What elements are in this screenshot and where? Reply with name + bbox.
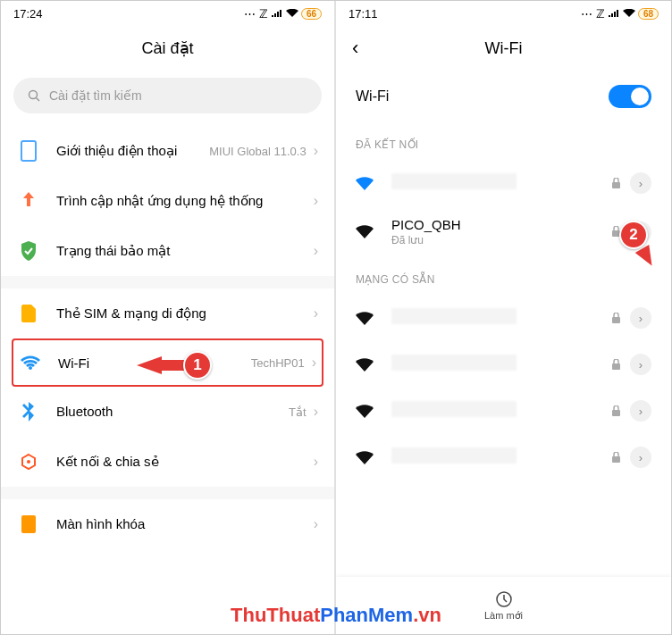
wifi-toggle[interactable] — [609, 85, 651, 108]
wifi-name-hidden — [391, 355, 517, 371]
share-icon — [17, 450, 40, 473]
item-label: Trình cập nhật ứng dụng hệ thống — [56, 192, 314, 210]
clock-time: 17:11 — [349, 7, 378, 21]
item-label: Thẻ SIM & mạng di động — [56, 305, 314, 322]
wifi-network-connected[interactable]: › — [336, 160, 671, 206]
wifi-name-hidden — [391, 447, 517, 464]
lock-icon — [611, 405, 621, 417]
section-divider — [1, 276, 334, 288]
wifi-signal-icon — [356, 225, 375, 238]
shield-icon — [17, 239, 40, 263]
search-placeholder: Cài đặt tìm kiếm — [49, 88, 142, 103]
back-button[interactable]: ‹ — [352, 37, 358, 60]
chevron-right-icon: › — [314, 243, 318, 259]
chevron-right-icon: › — [314, 193, 318, 209]
wifi-signal-icon — [356, 451, 375, 464]
section-divider — [1, 487, 334, 499]
chevron-right-icon: › — [314, 454, 318, 470]
wifi-details-button[interactable]: › — [630, 172, 651, 194]
wifi-signal-icon — [356, 358, 375, 372]
wifi-icon — [623, 9, 635, 18]
wifi-details-button[interactable]: › — [630, 354, 651, 375]
wifi-signal-icon — [356, 405, 375, 418]
lock-icon — [611, 313, 621, 324]
sim-icon — [17, 302, 40, 325]
item-security[interactable]: Trạng thái bảo mật › — [1, 226, 334, 276]
update-icon — [17, 189, 40, 213]
wifi-details-button[interactable]: › — [630, 400, 651, 422]
title-bar: Cài đặt — [1, 26, 334, 71]
title-bar: ‹ Wi-Fi — [336, 26, 671, 71]
wifi-name-hidden — [391, 308, 517, 324]
item-about-phone[interactable]: Giới thiệu điện thoại MIUI Global 11.0.3… — [1, 126, 334, 176]
item-label: Màn hình khóa — [56, 515, 314, 533]
wifi-status: Đã lưu — [391, 234, 611, 246]
status-icons: ⋯ ℤ 68 — [581, 7, 659, 21]
wifi-toggle-row: Wi-Fi — [336, 71, 671, 122]
search-input[interactable]: Cài đặt tìm kiếm — [13, 78, 322, 113]
item-sim[interactable]: Thẻ SIM & mạng di động › — [1, 288, 334, 338]
item-bluetooth[interactable]: Bluetooth Tắt › — [1, 387, 334, 437]
refresh-label: Làm mới — [484, 610, 523, 622]
battery-indicator: 68 — [638, 8, 659, 20]
item-label: Giới thiệu điện thoại — [56, 142, 209, 160]
mute-icon: ⋯ ℤ — [244, 7, 268, 21]
mute-icon: ⋯ ℤ — [581, 7, 605, 21]
item-connect-share[interactable]: Kết nối & chia sẻ › — [1, 437, 334, 487]
item-system-update[interactable]: Trình cập nhật ứng dụng hệ thống › — [1, 176, 334, 226]
chevron-right-icon: › — [314, 404, 318, 420]
svg-rect-8 — [612, 363, 620, 370]
signal-icon — [608, 9, 620, 18]
wifi-name: PICO_QBH — [391, 217, 611, 232]
wifi-network-available[interactable]: › — [336, 434, 671, 480]
wifi-details-button[interactable]: › — [630, 447, 651, 468]
toggle-label: Wi-Fi — [356, 88, 389, 104]
chevron-right-icon: › — [314, 305, 318, 322]
item-value: Tắt — [289, 405, 307, 419]
refresh-bar[interactable]: Làm mới — [336, 577, 671, 634]
svg-rect-9 — [612, 410, 620, 416]
chevron-right-icon: › — [312, 355, 316, 371]
lockscreen-icon — [17, 513, 40, 536]
bluetooth-icon — [17, 400, 40, 423]
svg-point-3 — [27, 460, 30, 464]
chevron-right-icon: › — [314, 516, 318, 532]
wifi-signal-icon — [356, 312, 375, 325]
svg-line-1 — [37, 98, 40, 102]
lock-icon — [611, 452, 621, 464]
lock-icon — [611, 178, 621, 189]
wifi-network-available[interactable]: › — [336, 295, 671, 341]
item-label: Bluetooth — [56, 403, 289, 421]
item-lockscreen[interactable]: Màn hình khóa › — [1, 499, 334, 549]
refresh-icon — [495, 590, 513, 608]
status-bar: 17:24 ⋯ ℤ 66 — [1, 1, 334, 26]
wifi-details-button[interactable]: › — [630, 307, 651, 329]
wifi-network-available[interactable]: › — [336, 341, 671, 388]
settings-screen: 17:24 ⋯ ℤ 66 Cài đặt Cài đặt tìm kiếm Gi… — [1, 1, 336, 634]
signal-icon — [271, 9, 283, 18]
battery-indicator: 66 — [301, 8, 322, 20]
chevron-right-icon: › — [314, 143, 318, 159]
section-available: MẠNG CÓ SẴN — [336, 257, 671, 295]
lock-icon — [611, 359, 621, 371]
clock-time: 17:24 — [13, 7, 43, 21]
page-title: Cài đặt — [141, 38, 193, 58]
phone-icon — [17, 139, 40, 163]
svg-rect-2 — [21, 141, 36, 161]
svg-rect-4 — [21, 515, 36, 533]
wifi-signal-icon — [356, 177, 375, 190]
search-icon — [28, 89, 40, 102]
svg-rect-10 — [612, 456, 620, 463]
page-title: Wi-Fi — [485, 39, 523, 58]
status-icons: ⋯ ℤ 66 — [244, 7, 322, 21]
svg-rect-5 — [612, 182, 620, 188]
item-label: Trạng thái bảo mật — [56, 242, 314, 260]
wifi-name-hidden — [391, 173, 517, 189]
svg-rect-7 — [612, 317, 620, 323]
wifi-screen: 17:11 ⋯ ℤ 68 ‹ Wi-Fi Wi-Fi ĐÃ KẾT NỐI › — [336, 1, 671, 634]
item-value: MIUI Global 11.0.3 — [209, 145, 306, 158]
wifi-network-available[interactable]: › — [336, 388, 671, 434]
wifi-icon — [286, 9, 298, 18]
callout-badge-1: 1 — [183, 351, 212, 380]
item-value: TechHP01 — [251, 356, 305, 370]
